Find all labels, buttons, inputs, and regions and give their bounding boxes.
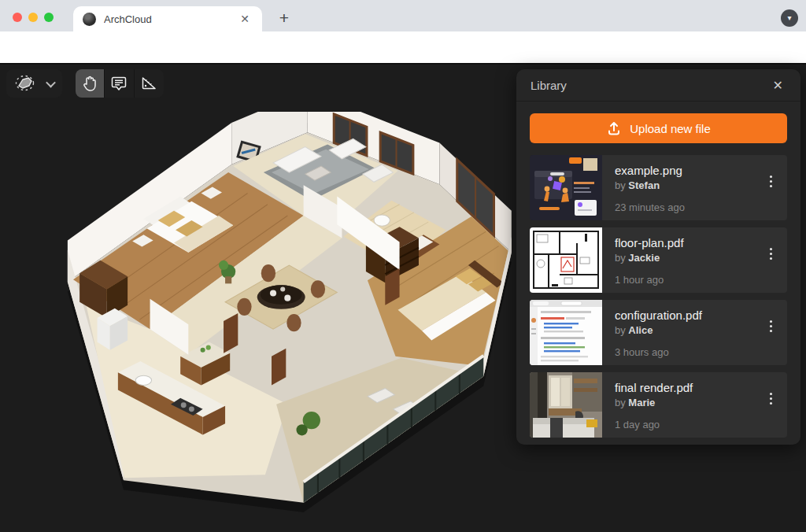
file-menu-button[interactable] xyxy=(754,372,787,438)
file-menu-button[interactable] xyxy=(754,227,787,293)
measure-tool-button[interactable] xyxy=(135,69,164,98)
by-label: by xyxy=(615,397,626,408)
file-thumbnail xyxy=(530,300,602,365)
library-file-row[interactable]: floor-plan.pdf by Jackie 1 hour ago xyxy=(530,227,787,293)
file-menu-button[interactable] xyxy=(754,155,787,220)
site-favicon xyxy=(83,13,96,26)
chevron-down-icon xyxy=(46,77,56,87)
by-label: by xyxy=(615,324,626,336)
lasso-select-icon xyxy=(13,73,36,94)
library-file-row[interactable]: final render.pdf by Marie 1 day ago xyxy=(530,372,787,438)
hand-tool-button[interactable] xyxy=(76,69,105,98)
browser-toolbar: ← → archcloud.app/projects/bGkkIWjtNXhf4… xyxy=(0,31,806,65)
panel-title: Library xyxy=(531,79,567,92)
file-list: example.png by Stefan 23 minutes ago flo… xyxy=(530,155,787,438)
tab-close-icon[interactable]: ✕ xyxy=(237,11,253,27)
file-thumbnail xyxy=(530,227,602,293)
panel-close-icon[interactable]: ✕ xyxy=(770,76,786,94)
file-name: example.png xyxy=(615,164,754,177)
file-author: Alice xyxy=(628,324,653,336)
file-timestamp: 1 hour ago xyxy=(615,274,754,286)
project-canvas[interactable]: Library ✕ Upload new file xyxy=(0,65,806,532)
file-timestamp: 1 day ago xyxy=(615,419,754,430)
window-zoom-button[interactable] xyxy=(44,13,54,22)
comment-tool-button[interactable] xyxy=(105,69,134,98)
tab-title: ArchCloud xyxy=(104,13,237,25)
upload-icon xyxy=(606,120,622,136)
file-name: final render.pdf xyxy=(615,381,754,394)
file-author: Jackie xyxy=(628,252,660,264)
file-author: Stefan xyxy=(628,179,660,191)
library-panel: Library ✕ Upload new file xyxy=(516,69,800,445)
browser-tab-strip: ArchCloud ✕ + ▾ xyxy=(0,0,806,31)
file-timestamp: 3 hours ago xyxy=(615,346,754,358)
window-minimize-button[interactable] xyxy=(28,13,38,22)
comment-icon xyxy=(111,76,127,91)
tab-search-button[interactable]: ▾ xyxy=(781,9,798,27)
hand-icon xyxy=(82,75,98,92)
upload-new-file-button[interactable]: Upload new file xyxy=(530,113,787,143)
file-thumbnail xyxy=(530,155,602,220)
library-file-row[interactable]: configuration.pdf by Alice 3 hours ago xyxy=(530,300,787,365)
browser-tab[interactable]: ArchCloud ✕ xyxy=(73,6,262,31)
tool-selector-button[interactable] xyxy=(6,69,62,98)
file-timestamp: 23 minutes ago xyxy=(615,201,754,213)
file-menu-button[interactable] xyxy=(754,300,787,365)
file-name: floor-plan.pdf xyxy=(615,236,754,249)
by-label: by xyxy=(615,179,626,191)
library-file-row[interactable]: example.png by Stefan 23 minutes ago xyxy=(530,155,787,220)
library-panel-header: Library ✕ xyxy=(516,69,800,102)
file-name: configuration.pdf xyxy=(615,308,754,322)
by-label: by xyxy=(615,252,626,264)
upload-button-label: Upload new file xyxy=(630,122,711,135)
window-close-button[interactable] xyxy=(13,13,22,22)
library-panel-body: Upload new file example.png by Stefan 23… xyxy=(516,102,800,445)
new-tab-button[interactable]: + xyxy=(273,8,295,30)
floor-plan-render xyxy=(24,112,519,521)
file-author: Marie xyxy=(628,397,655,408)
ruler-triangle-icon xyxy=(140,76,157,91)
file-thumbnail xyxy=(530,372,602,438)
tool-group xyxy=(76,69,164,98)
